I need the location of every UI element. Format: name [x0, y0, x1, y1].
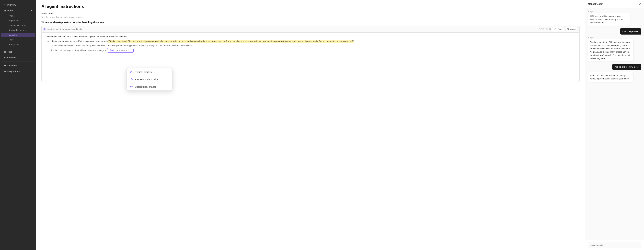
sidebar-section-channels[interactable]: ❖ Channels — [1, 63, 35, 68]
sidebar-section-test[interactable]: ▣ Test › — [1, 49, 35, 55]
instructions-editor[interactable]: 1. If customer reaches out to cancel the… — [42, 32, 580, 82]
chat-bubble-agent-1: Hi! I see you'd like to cancel your subs… — [588, 13, 630, 26]
item-1-text: 1. If customer reaches out to cancel the… — [44, 35, 577, 39]
chat-input-area — [585, 240, 644, 250]
chat-user-row-2: Yes, I'd like to know more. — [588, 64, 641, 70]
home-icon: ⌂ — [4, 4, 6, 6]
chat-input[interactable] — [588, 242, 641, 248]
sub-ii-prefix: ii. If the customer says no, they still … — [51, 49, 107, 52]
chat-agent-row-2: AI agent Totally understand. Did you kno… — [588, 37, 641, 62]
manual-icon: ⊡ — [567, 28, 569, 30]
sidebar-item-overview[interactable]: ⌂ Overview — [1, 2, 35, 8]
chevron-right-icon-2: › — [32, 57, 32, 59]
tool-slash-icon: / — [108, 49, 109, 52]
main-content: AI agent instructions When to use Use th… — [36, 0, 585, 250]
agent-label-1: AI agent — [588, 11, 641, 13]
sidebar-item-tools[interactable]: Tools — [1, 38, 35, 42]
chat-agent-row-1: AI agent Hi! I see you'd like to cancel … — [588, 11, 641, 26]
chat-bubble-agent-3: Would you like instructions on adding/ r… — [588, 72, 634, 82]
sidebar-section-evaluate[interactable]: ◈ Evaluate › — [1, 55, 35, 60]
panel-header: Manual tester ⤢ — [585, 0, 644, 8]
test-icon: ▣ — [4, 51, 6, 53]
when-to-use-label: When to use — [42, 12, 580, 15]
tool-label: Tool: — [110, 49, 115, 52]
sub-item-i: i. If the customer says yes, ask whether… — [51, 44, 577, 48]
sidebar-item-appearance[interactable]: Appearance — [1, 19, 35, 23]
dropdown-item-subscription[interactable]: </> Subscription_change — [127, 83, 172, 90]
sidebar-section-build[interactable]: ⊞ Build ▾ — [1, 8, 35, 13]
page-title: AI agent instructions — [42, 4, 580, 9]
char-count: 1,293 / 3,000 — [539, 28, 551, 30]
code-icon-3: </> — [130, 86, 133, 88]
sidebar-section-integrations[interactable]: ⊛ Integrations — [1, 69, 35, 74]
code-icon: </> — [554, 28, 556, 30]
sidebar-item-conversation-flow[interactable]: Conversation flow — [1, 23, 35, 28]
instructions-heading: Write step-by-step instructions for hand… — [42, 21, 580, 24]
tools-button[interactable]: </> Tools — [552, 27, 564, 31]
sidebar-item-safeguards[interactable]: Safeguards — [1, 42, 35, 47]
divider-1 — [2, 48, 34, 48]
sidebar-item-knowledge-sources[interactable]: Knowledge sources — [1, 28, 35, 32]
sub-item-ii: ii. If the customer says no, they still … — [51, 48, 577, 53]
tool-dropdown-menu: </> Refund_eligibility </> Payment_autho… — [126, 68, 172, 91]
chat-area: AI agent Hi! I see you'd like to cancel … — [585, 8, 644, 240]
code-icon-2: </> — [130, 78, 133, 81]
chevron-right-icon: › — [32, 51, 32, 53]
chat-agent-row-3: Would you like instructions on adding/ r… — [588, 72, 641, 82]
sub-a-prefix: a. If the customer says because it's too… — [48, 40, 108, 43]
chat-bubble-user-2: Yes, I'd like to know more. — [612, 64, 641, 70]
sidebar: ⌂ Overview ⊞ Build ▾ Profile Appearance … — [0, 0, 36, 250]
sub-a-quote: "Totally understand. Did you know that y… — [108, 40, 354, 43]
evaluate-icon: ◈ — [4, 56, 6, 59]
build-icon: ⊞ — [4, 9, 6, 12]
slash-icon[interactable]: / — [43, 28, 46, 31]
when-to-use-placeholder: Use this manual when users inquire about… — [42, 16, 580, 18]
code-icon-1: </> — [130, 71, 133, 73]
sidebar-item-manuals[interactable]: Manuals — [1, 33, 35, 37]
channels-icon: ❖ — [4, 64, 6, 67]
chat-bubble-agent-2: Totally understand. Did you know that yo… — [588, 39, 634, 62]
expand-icon[interactable]: ⤢ — [639, 2, 641, 6]
instruction-item-1: 1. If customer reaches out to cancel the… — [44, 35, 577, 53]
tool-name-input[interactable] — [116, 49, 132, 52]
manual-button[interactable]: ⊡ Manual — [565, 27, 578, 31]
chat-user-row-1: It's too expensive. — [588, 28, 641, 35]
agent-label-2: AI agent — [588, 37, 641, 39]
integrations-icon: ⊛ — [4, 70, 6, 73]
toolbar-hint-text: to reference other manuals and tools — [47, 28, 538, 31]
dropdown-item-payment[interactable]: </> Payment_authorization — [127, 76, 172, 83]
sub-item-a: a. If the customer says because it's too… — [48, 40, 577, 43]
right-panel: Manual tester ⤢ AI agent Hi! I see you'd… — [585, 0, 644, 250]
chat-bubble-user-1: It's too expensive. — [620, 28, 641, 35]
tool-input-inline[interactable]: / Tool: — [107, 48, 134, 53]
instructions-toolbar: / to reference other manuals and tools 1… — [42, 26, 580, 32]
sidebar-item-profile[interactable]: Profile — [1, 14, 35, 18]
chevron-down-icon: ▾ — [31, 10, 32, 12]
dropdown-item-refund[interactable]: </> Refund_eligibility — [127, 68, 172, 76]
panel-title: Manual tester — [588, 3, 603, 5]
